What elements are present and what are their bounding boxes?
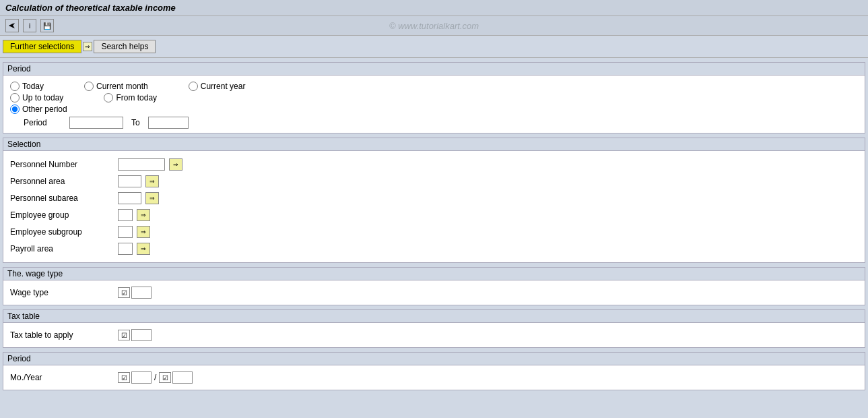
selection-section: Selection Personnel Number ⇒ Personnel a… — [3, 138, 865, 263]
tax-table-checkbox[interactable]: ☑ — [118, 330, 130, 340]
period-input-row: Period To — [10, 117, 858, 129]
mo-year-label: Mo./Year — [10, 373, 118, 382]
personnel-number-row: Personnel Number ⇒ — [10, 157, 858, 172]
period-to-input[interactable] — [148, 117, 189, 129]
mo-checkbox[interactable]: ☑ — [118, 372, 130, 383]
current-year-label: Current year — [201, 82, 246, 91]
personnel-number-input[interactable] — [118, 158, 165, 171]
button-bar: Further selections ⇒ Search helps — [0, 36, 868, 58]
personnel-subarea-input[interactable] — [118, 192, 141, 204]
mo-year-row: Mo./Year ☑ / ☑ — [10, 371, 858, 384]
tax-table-row: Tax table to apply ☑ — [10, 329, 858, 341]
employee-subgroup-input[interactable] — [118, 226, 133, 238]
toolbar: ⮜ i 💾 © www.tutorialkart.com — [0, 16, 868, 36]
personnel-area-arrow-btn[interactable]: ⇒ — [145, 175, 159, 187]
wage-type-input[interactable] — [131, 287, 152, 299]
personnel-number-arrow-btn[interactable]: ⇒ — [169, 158, 182, 171]
tax-table-header: Tax table — [3, 310, 865, 323]
further-selections-button[interactable]: Further selections — [3, 40, 81, 53]
other-period-label: Other period — [22, 104, 67, 114]
personnel-subarea-row: Personnel subarea ⇒ — [10, 191, 858, 206]
up-to-today-radio[interactable] — [10, 93, 20, 102]
tax-table-input[interactable] — [131, 329, 152, 341]
current-month-radio[interactable] — [84, 82, 94, 91]
period-from-input[interactable] — [69, 117, 123, 129]
selection-content: Personnel Number ⇒ Personnel area ⇒ Pers… — [3, 151, 865, 262]
employee-subgroup-arrow-btn[interactable]: ⇒ — [137, 226, 150, 238]
tax-table-content: Tax table to apply ☑ — [3, 323, 865, 347]
wage-type-section: The. wage type Wage type ☑ — [3, 267, 865, 305]
period-field-label: Period — [24, 118, 64, 127]
payroll-area-input[interactable] — [118, 243, 133, 255]
payroll-area-arrow-btn[interactable]: ⇒ — [137, 243, 150, 255]
from-today-label: From today — [116, 93, 157, 102]
page-title: Calculation of theoretical taxable incom… — [5, 3, 176, 13]
current-year-radio[interactable] — [189, 82, 198, 91]
tax-table-label: Tax table to apply — [10, 330, 118, 340]
to-label: To — [131, 118, 140, 127]
wage-type-header: The. wage type — [3, 268, 865, 280]
search-helps-button[interactable]: Search helps — [94, 40, 156, 53]
radio-other-period: Other period — [10, 104, 67, 114]
mo-year-separator: / — [154, 373, 156, 382]
period2-header: Period — [3, 353, 865, 365]
selection-header: Selection — [3, 138, 865, 151]
year-input[interactable] — [172, 371, 193, 384]
title-bar: Calculation of theoretical taxable incom… — [0, 0, 868, 16]
period-section: Period Today Current month Current year … — [3, 62, 865, 133]
period-radio-group-row2: Up to today From today — [10, 93, 858, 102]
employee-group-row: Employee group ⇒ — [10, 208, 858, 222]
radio-current-year: Current year — [189, 82, 246, 91]
current-month-label: Current month — [96, 82, 148, 91]
personnel-area-label: Personnel area — [10, 177, 118, 186]
personnel-number-label: Personnel Number — [10, 160, 118, 169]
save-icon[interactable]: 💾 — [40, 19, 54, 32]
payroll-area-label: Payroll area — [10, 244, 118, 253]
period2-content: Mo./Year ☑ / ☑ — [3, 365, 865, 390]
today-radio[interactable] — [10, 82, 20, 91]
employee-subgroup-row: Employee subgroup ⇒ — [10, 225, 858, 239]
personnel-subarea-label: Personnel subarea — [10, 193, 118, 203]
employee-group-input[interactable] — [118, 209, 133, 221]
up-to-today-label: Up to today — [22, 93, 63, 102]
employee-group-label: Employee group — [10, 210, 118, 220]
period2-section: Period Mo./Year ☑ / ☑ — [3, 352, 865, 390]
payroll-area-row: Payroll area ⇒ — [10, 241, 858, 256]
personnel-subarea-arrow-btn[interactable]: ⇒ — [145, 192, 159, 204]
tax-table-section: Tax table Tax table to apply ☑ — [3, 309, 865, 348]
employee-subgroup-label: Employee subgroup — [10, 227, 118, 237]
divider-arrow-icon: ⇒ — [83, 42, 92, 51]
radio-current-month: Current month — [84, 82, 148, 91]
from-today-radio[interactable] — [104, 93, 113, 102]
watermark: © www.tutorialkart.com — [389, 21, 479, 31]
mo-input[interactable] — [131, 371, 152, 384]
personnel-area-row: Personnel area ⇒ — [10, 174, 858, 189]
period-radio-group-row1: Today Current month Current year — [10, 82, 858, 91]
clock-icon[interactable]: ⮜ — [5, 19, 19, 32]
today-label: Today — [22, 82, 44, 91]
radio-from-today: From today — [104, 93, 157, 102]
wage-type-row: Wage type ☑ — [10, 287, 858, 299]
info-icon[interactable]: i — [23, 19, 36, 32]
wage-type-content: Wage type ☑ — [3, 280, 865, 305]
radio-up-to-today: Up to today — [10, 93, 63, 102]
wage-type-label: Wage type — [10, 288, 118, 297]
other-period-radio[interactable] — [10, 104, 20, 114]
period-header: Period — [3, 63, 865, 76]
year-checkbox[interactable]: ☑ — [159, 372, 171, 383]
personnel-area-input[interactable] — [118, 175, 141, 187]
period-content: Today Current month Current year Up to t… — [3, 76, 865, 133]
period-radio-group-row3: Other period — [10, 104, 858, 114]
employee-group-arrow-btn[interactable]: ⇒ — [137, 209, 150, 221]
wage-type-checkbox[interactable]: ☑ — [118, 287, 130, 298]
radio-today: Today — [10, 82, 44, 91]
